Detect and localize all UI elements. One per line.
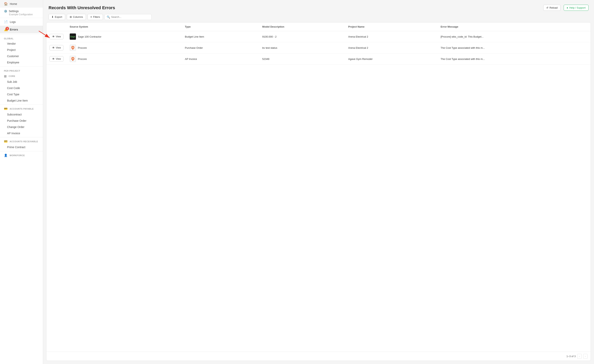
sidebar-item-home[interactable]: 🏠 Home <box>0 0 43 8</box>
sidebar-item-errors[interactable]: ⚠️ 3 Errors <box>0 26 43 33</box>
sidebar-workforce-section: 👤 WORKFORCE <box>0 152 43 158</box>
table-container: Source System Type Model Description Pro… <box>46 22 591 361</box>
eye-icon: 👁 <box>52 46 55 49</box>
divider-workforce <box>0 151 43 151</box>
main-header: Records With Unresolved Errors ↺ Reload … <box>43 0 594 14</box>
filters-label: Filters <box>93 15 100 18</box>
sidebar-home-label: Home <box>10 2 17 6</box>
sidebar-errors-label: Errors <box>10 28 18 31</box>
sidebar-item-customer[interactable]: Customer <box>0 53 43 59</box>
divider-global <box>0 34 43 34</box>
reload-button[interactable]: ↺ Reload <box>543 5 560 11</box>
export-icon: ⬇ <box>52 15 54 18</box>
search-icon: 🔍 <box>107 15 110 19</box>
type-cell-1: Purchase Order <box>182 42 259 53</box>
page-title: Records With Unresolved Errors <box>48 5 540 10</box>
workforce-icon: 👤 <box>4 154 8 157</box>
divider-ar <box>0 137 43 137</box>
source-system-name-2: Procore <box>78 58 87 60</box>
sidebar-item-subcontract[interactable]: Subcontract <box>0 111 43 118</box>
filters-button[interactable]: ≡ Filters <box>88 14 103 20</box>
sidebar-item-vendor[interactable]: Vendor <box>0 40 43 47</box>
help-label: Help / Support <box>569 6 586 9</box>
sidebar-core-label: CORE <box>9 75 15 77</box>
project-name-cell-0: Arena Electrical 2 <box>345 31 438 42</box>
sidebar-workforce-label: WORKFORCE <box>10 154 25 157</box>
reload-icon: ↺ <box>546 6 548 9</box>
sidebar-ap-section: 💳 ACCOUNTS PAYABLE <box>0 106 43 111</box>
view-button-1[interactable]: 👁 View <box>49 45 63 51</box>
filters-icon: ≡ <box>90 15 92 18</box>
home-icon: 🏠 <box>4 2 8 6</box>
action-cell-2: 👁 View <box>46 53 67 65</box>
export-label: Export <box>55 15 62 18</box>
view-button-0[interactable]: 👁 View <box>49 34 63 39</box>
sidebar-item-purchase-order[interactable]: Purchase Order <box>0 118 43 124</box>
source-system-cell-1: Procore <box>67 42 182 53</box>
sidebar-ap-label: ACCOUNTS PAYABLE <box>10 108 34 110</box>
sidebar-item-employee[interactable]: Employee <box>0 59 43 66</box>
sidebar-config-label: Example Configuration <box>4 13 39 16</box>
type-cell-2: AP Invoice <box>182 53 259 65</box>
source-system-cell-0: SageSage 100 Contractor <box>67 31 182 42</box>
pagination-bar: 1–3 of 3 ‹ › <box>46 352 591 361</box>
ar-icon: 💳 <box>4 140 8 143</box>
table-body: 👁 ViewSageSage 100 ContractorBudget Line… <box>46 31 591 65</box>
pagination-next-button[interactable]: › <box>583 354 587 359</box>
col-header-project-name: Project Name <box>345 22 438 31</box>
sidebar-section-global: GLOBAL <box>0 35 43 40</box>
eye-icon: 👁 <box>52 57 55 60</box>
procore-logo <box>70 56 76 62</box>
sidebar-settings-label: ⚙️ Settings <box>4 10 39 13</box>
table-row: 👁 ViewSageSage 100 ContractorBudget Line… <box>46 31 591 42</box>
col-header-source-system: Source System <box>67 22 182 31</box>
view-button-2[interactable]: 👁 View <box>49 56 63 62</box>
sidebar-core-section: ▦ CORE <box>0 73 43 79</box>
columns-button[interactable]: ⊞ Columns <box>67 14 86 20</box>
eye-icon: 👁 <box>52 35 55 38</box>
sidebar-item-prime-contract[interactable]: Prime Contract <box>0 144 43 150</box>
action-cell-1: 👁 View <box>46 42 67 53</box>
sidebar-item-cost-type[interactable]: Cost Type <box>0 91 43 98</box>
pagination-info: 1–3 of 3 <box>566 355 576 358</box>
model-description-cell-2: 52349 <box>259 53 345 65</box>
sidebar-item-sub-job[interactable]: Sub Job <box>0 79 43 85</box>
project-name-cell-2: Agave Gym Remodel <box>345 53 438 65</box>
columns-label: Columns <box>73 15 83 18</box>
pagination-prev-button[interactable]: ‹ <box>577 354 581 359</box>
project-name-cell-1: Arena Electrical 2 <box>345 42 438 53</box>
table-row: 👁 View ProcorePurchase Orderbv test stat… <box>46 42 591 53</box>
col-header-action <box>46 22 67 31</box>
errors-badge: 3 <box>6 27 9 30</box>
col-header-error-message: Error Message <box>437 22 591 31</box>
svg-point-1 <box>72 47 74 48</box>
sidebar-item-project[interactable]: Project <box>0 47 43 53</box>
help-support-button[interactable]: ● Help / Support <box>564 5 588 11</box>
error-message-cell-0: [Procore] wbs_code_id: This Budget... <box>437 31 591 42</box>
reload-label: Reload <box>550 6 558 9</box>
sidebar-ar-section: 💳 ACCOUNTS RECEIVABLE <box>0 138 43 144</box>
action-cell-0: 👁 View <box>46 31 67 42</box>
export-button[interactable]: ⬇ Export <box>48 14 65 20</box>
sidebar-ar-label: ACCOUNTS RECEIVABLE <box>10 140 38 143</box>
search-wrapper[interactable]: 🔍 <box>105 14 152 20</box>
source-system-cell-2: Procore <box>67 53 182 65</box>
settings-icon: ⚙️ <box>4 10 7 13</box>
sidebar-item-budget-line-item[interactable]: Budget Line Item <box>0 98 43 104</box>
sidebar-item-change-order[interactable]: Change Order <box>0 124 43 130</box>
sidebar-item-ap-invoice[interactable]: AP Invoice <box>0 130 43 136</box>
sidebar-settings-block[interactable]: ⚙️ Settings Example Configuration <box>0 8 43 18</box>
divider-ap <box>0 105 43 105</box>
error-message-cell-1: The Cost Type associated with this m... <box>437 42 591 53</box>
sidebar-section-per-project: PER PROJECT <box>0 67 43 73</box>
sidebar-item-cost-code[interactable]: Cost Code <box>0 85 43 91</box>
logs-icon: 📄 <box>4 20 8 24</box>
errors-table: Source System Type Model Description Pro… <box>46 22 591 65</box>
sidebar-item-logs[interactable]: 📄 Logs <box>0 18 43 26</box>
sage-logo: Sage <box>70 33 76 40</box>
columns-icon: ⊞ <box>70 15 72 18</box>
sidebar-logs-label: Logs <box>10 20 16 23</box>
table-scroll[interactable]: Source System Type Model Description Pro… <box>46 22 591 352</box>
search-input[interactable] <box>111 15 149 18</box>
main-content: Records With Unresolved Errors ↺ Reload … <box>43 0 594 364</box>
